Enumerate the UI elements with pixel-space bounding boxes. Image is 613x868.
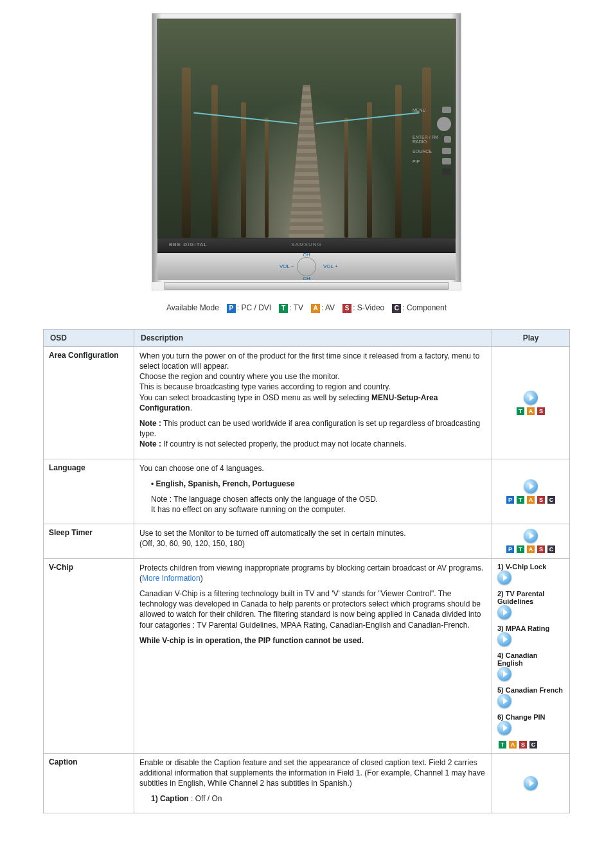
osd-language: Language: [44, 459, 134, 524]
product-hero: MENU ENTER / FM RADIO SOURCE PIP BBE DIG…: [152, 13, 461, 290]
osd-table: OSD Description Play Area Configuration …: [43, 329, 570, 814]
play-icon[interactable]: [497, 571, 511, 585]
more-information-link[interactable]: More Information: [142, 574, 200, 583]
available-mode-legend: Available Mode P: PC / DVI T: TV A: AV S…: [43, 303, 570, 313]
play-icon[interactable]: [497, 721, 511, 735]
row-language: Language You can choose one of 4 languag…: [44, 459, 570, 524]
mode-badge-s: S: [342, 304, 351, 313]
osd-sleep-timer: Sleep Timer: [44, 524, 134, 558]
play-icon[interactable]: [497, 694, 511, 708]
row-v-chip: V-Chip Protects children from viewing in…: [44, 558, 570, 753]
play-icon[interactable]: [497, 605, 511, 619]
row-sleep-timer: Sleep Timer Use to set the Monitor to be…: [44, 524, 570, 558]
play-icon[interactable]: [524, 776, 538, 790]
col-play: Play: [492, 329, 570, 346]
mode-badge-c: C: [392, 304, 401, 313]
row-caption: Caption Enable or disable the Caption fe…: [44, 753, 570, 813]
monitor-side-panel: MENU ENTER / FM RADIO SOURCE PIP: [413, 103, 451, 179]
brand-center: SAMSUNG: [157, 242, 456, 247]
monitor-controls: CH VOL − VOL + CH: [157, 253, 456, 280]
osd-area-configuration: Area Configuration: [44, 346, 134, 459]
row-area-configuration: Area Configuration When you turn the pow…: [44, 346, 570, 459]
monitor-screen: MENU ENTER / FM RADIO SOURCE PIP: [157, 19, 456, 238]
col-osd: OSD: [44, 329, 134, 346]
play-icon[interactable]: [524, 529, 538, 543]
osd-v-chip: V-Chip: [44, 558, 134, 753]
osd-caption: Caption: [44, 753, 134, 813]
col-description: Description: [134, 329, 492, 346]
mode-badge-p: P: [227, 304, 236, 313]
play-icon[interactable]: [524, 479, 538, 493]
play-icon[interactable]: [497, 632, 511, 646]
play-icon[interactable]: [497, 667, 511, 681]
mode-badge-a: A: [311, 304, 320, 313]
play-icon[interactable]: [524, 391, 538, 405]
mode-badge-t: T: [279, 304, 288, 313]
